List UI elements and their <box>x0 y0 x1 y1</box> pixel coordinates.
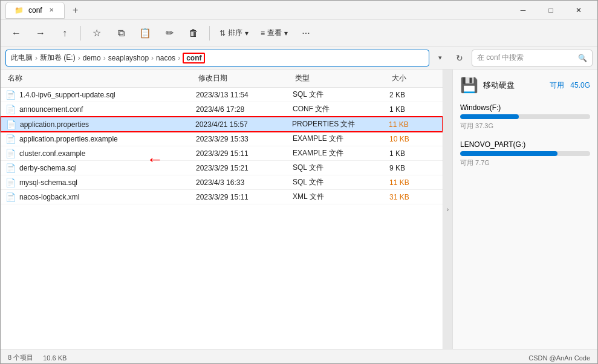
drive-progress-fill <box>460 151 557 156</box>
tab-close-button[interactable]: ✕ <box>47 6 56 15</box>
more-button[interactable]: ··· <box>295 22 317 44</box>
maximize-button[interactable]: □ <box>537 1 565 20</box>
removable-disk-available: 可用 45.0G <box>550 80 590 91</box>
file-modified: 2023/3/29 15:11 <box>196 149 293 158</box>
file-name-cell: 📄announcement.conf <box>5 105 196 114</box>
rename-button[interactable]: ✏ <box>158 22 180 44</box>
toolbar-separator-2 <box>209 26 210 41</box>
breadcrumb-sep-1: › <box>35 54 37 62</box>
breadcrumb-demo: demo <box>83 54 101 62</box>
file-type: EXAMPLE 文件 <box>293 148 389 158</box>
table-row[interactable]: 📄announcement.conf2023/4/6 17:28CONF 文件1… <box>1 102 443 117</box>
file-rows-container: 📄1.4.0-ipv6_support-update.sql2023/3/13 … <box>1 88 443 204</box>
column-type[interactable]: 类型 <box>293 72 389 85</box>
breadcrumb-drive: 新加卷 (E:) <box>40 53 76 63</box>
file-name: application.properties <box>20 120 89 129</box>
file-name-cell: 📄1.4.0-ipv6_support-update.sql <box>5 90 196 100</box>
file-list[interactable]: 名称 修改日期 类型 大小 📄1.4.0-ipv6_support-update… <box>1 70 443 349</box>
file-modified: 2023/3/29 15:33 <box>196 135 293 143</box>
file-size: 10 KB <box>389 135 438 143</box>
file-icon: 📄 <box>5 178 16 187</box>
sort-icon: ⇅ <box>219 29 226 37</box>
file-type: SQL 文件 <box>293 163 389 173</box>
file-size: 1 KB <box>389 149 438 158</box>
sort-button[interactable]: ⇅ 排序 ▾ <box>215 24 253 43</box>
drive-name: Windows(F:) <box>460 103 590 112</box>
file-icon: 📄 <box>5 192 16 202</box>
minimize-button[interactable]: ─ <box>509 1 537 20</box>
file-icon: 📄 <box>6 120 16 129</box>
file-name-cell: 📄application.properties.example <box>5 134 196 144</box>
file-type: SQL 文件 <box>293 177 389 187</box>
column-name[interactable]: 名称 <box>5 72 196 85</box>
address-chevron-button[interactable]: ▾ <box>433 50 447 67</box>
paste-button[interactable]: 📋 <box>134 22 156 44</box>
file-name-cell: 📄application.properties <box>6 120 195 129</box>
sort-label: 排序 <box>228 28 242 38</box>
drive-progress-fill <box>460 114 519 119</box>
disk-icon: 💾 <box>460 77 478 94</box>
table-row[interactable]: 📄mysql-schema.sql2023/4/3 16:33SQL 文件11 … <box>1 175 443 190</box>
file-size: 9 KB <box>389 164 438 172</box>
view-icon: ≡ <box>261 29 265 37</box>
file-name: nacos-logback.xml <box>19 193 79 201</box>
drive-info: Windows(F:)可用 37.3G <box>460 103 590 131</box>
refresh-button[interactable]: ↻ <box>451 50 468 67</box>
new-tab-button[interactable]: + <box>67 2 84 19</box>
column-modified[interactable]: 修改日期 <box>196 72 293 85</box>
search-bar[interactable]: 在 conf 中搜索 🔍 <box>472 50 593 67</box>
main-layout: 名称 修改日期 类型 大小 📄1.4.0-ipv6_support-update… <box>1 70 597 349</box>
file-name: derby-schema.sql <box>19 164 77 172</box>
file-icon: 📄 <box>5 90 16 100</box>
drive-detail: 可用 7.7G <box>460 158 590 167</box>
toolbar-separator-1 <box>80 26 81 41</box>
breadcrumb-sep-2: › <box>78 54 80 62</box>
copy-button[interactable]: ⧉ <box>110 22 132 44</box>
address-bar[interactable]: 此电脑 › 新加卷 (E:) › demo › seaplayshop › na… <box>5 50 429 67</box>
column-size[interactable]: 大小 <box>389 72 438 85</box>
file-type: XML 文件 <box>293 192 389 202</box>
table-row[interactable]: 📄application.properties2023/4/21 15:57PR… <box>1 117 443 132</box>
file-size: 1 KB <box>389 105 438 114</box>
table-row[interactable]: 📄1.4.0-ipv6_support-update.sql2023/3/13 … <box>1 88 443 102</box>
file-modified: 2023/4/21 15:57 <box>195 120 292 129</box>
status-bar: 8 个项目 10.6 KB CSDN @AnAn Code <box>1 349 597 364</box>
breadcrumb-sep-5: › <box>178 54 180 62</box>
file-size: 31 KB <box>389 193 438 201</box>
tab-label: conf <box>28 6 42 15</box>
file-name: mysql-schema.sql <box>19 178 77 187</box>
quick-access-button[interactable]: ☆ <box>86 22 108 44</box>
file-modified: 2023/3/29 15:21 <box>196 164 293 172</box>
file-icon: 📄 <box>5 149 16 158</box>
up-button[interactable]: ↑ <box>54 22 76 44</box>
file-name: application.properties.example <box>19 135 118 143</box>
file-modified: 2023/4/3 16:33 <box>196 178 293 187</box>
view-chevron-icon: ▾ <box>284 29 288 37</box>
selected-size: 10.6 KB <box>43 354 67 362</box>
file-modified: 2023/3/29 15:11 <box>196 193 293 201</box>
right-panel: 💾 移动硬盘 可用 45.0G Windows(F:)可用 37.3GLENOV… <box>452 70 597 349</box>
delete-button[interactable]: 🗑 <box>183 22 204 44</box>
table-row[interactable]: 📄derby-schema.sql2023/3/29 15:21SQL 文件9 … <box>1 161 443 175</box>
file-modified: 2023/4/6 17:28 <box>196 105 293 114</box>
item-count: 8 个项目 <box>8 353 33 362</box>
search-placeholder: 在 conf 中搜索 <box>477 53 524 63</box>
file-size: 2 KB <box>389 91 438 99</box>
breadcrumb-seaplayshop: seaplayshop <box>108 54 149 62</box>
forward-button[interactable]: → <box>30 22 51 44</box>
table-row[interactable]: 📄application.properties.example2023/3/29… <box>1 132 443 146</box>
removable-disk-name: 移动硬盘 <box>483 80 515 91</box>
close-button[interactable]: ✕ <box>565 1 593 20</box>
back-button[interactable]: ← <box>5 22 27 44</box>
breadcrumb-nacos: nacos <box>156 54 175 62</box>
breadcrumb-pc: 此电脑 <box>11 53 33 63</box>
table-row[interactable]: 📄cluster.conf.example2023/3/29 15:11EXAM… <box>1 146 443 161</box>
view-button[interactable]: ≡ 查看 ▾ <box>256 24 293 43</box>
file-icon: 📄 <box>5 105 16 114</box>
active-tab[interactable]: 📁 conf ✕ <box>5 2 65 19</box>
panel-collapse-handle[interactable]: › <box>443 70 452 349</box>
removable-disk-info: 💾 移动硬盘 可用 45.0G <box>460 77 590 94</box>
view-label: 查看 <box>267 28 282 38</box>
table-row[interactable]: 📄nacos-logback.xml2023/3/29 15:11XML 文件3… <box>1 190 443 204</box>
branding: CSDN @AnAn Code <box>528 354 590 362</box>
